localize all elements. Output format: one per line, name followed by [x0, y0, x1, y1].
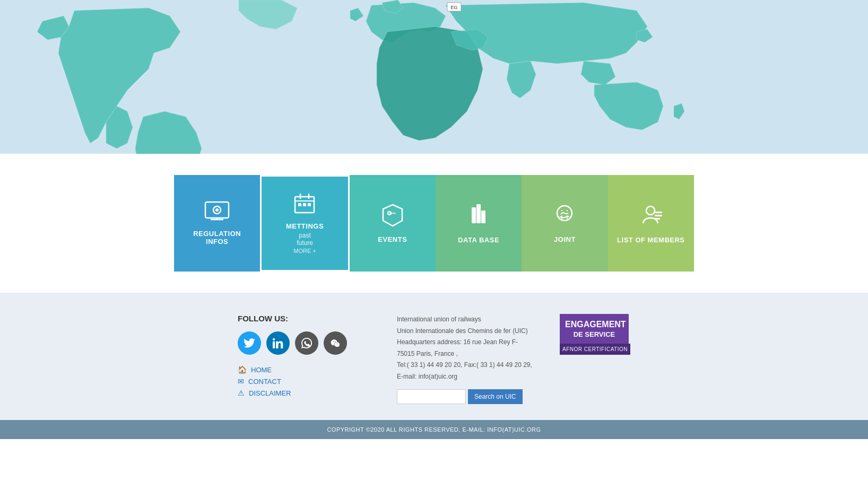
svg-rect-16 [472, 207, 476, 223]
org-name: International union of railways [397, 314, 535, 326]
card-mettings-title: METTINGS [286, 222, 324, 230]
svg-rect-25 [655, 212, 662, 213]
card-events[interactable]: EVENTS [350, 175, 436, 272]
search-row: Search on UIC [397, 389, 535, 404]
footer-section: FOLLOW US: [0, 293, 868, 439]
house-icon: 🏠 [238, 365, 247, 374]
database-icon [467, 203, 490, 231]
contact-link-label: CONTACT [248, 378, 281, 386]
svg-rect-17 [476, 204, 481, 223]
social-icons [238, 331, 376, 355]
tag-icon [382, 204, 403, 230]
cert-badge: ENGAGEMENT DE SERVICE AFNOR CERTIFICATIO… [560, 314, 630, 355]
org-contact: Tel:( 33 1) 44 49 20 20, Fax:( 33 1) 44 … [397, 360, 535, 382]
search-button[interactable]: Search on UIC [468, 389, 523, 404]
card-events-title: EVENTS [378, 235, 407, 243]
disclaimer-link[interactable]: ⚠ DISCLAIMER [238, 389, 376, 397]
follow-us-title: FOLLOW US: [238, 314, 376, 323]
footer-links: 🏠 HOME ✉ CONTACT ⚠ DISCLAIMER [238, 365, 376, 397]
whatsapp-icon[interactable] [295, 331, 318, 355]
copyright-text: COPYRIGHT ©2020 ALL RIGHTS RESERVED, E-M… [327, 426, 541, 433]
footer-left: FOLLOW US: [238, 314, 376, 397]
card-regulation-infos[interactable]: REGULATION INFOS [174, 175, 260, 272]
org-address: Headquarters address: 16 rue Jean Rey F-… [397, 337, 535, 360]
home-link-label: HOME [251, 366, 272, 374]
card-joint-title: JOINT [554, 235, 576, 243]
svg-rect-11 [298, 203, 301, 206]
svg-rect-26 [655, 215, 662, 216]
footer-inner: FOLLOW US: [116, 314, 752, 420]
cards-section: REGULATION INFOS METTINGS pastfuture MOR… [0, 154, 868, 293]
cert-badge-title: ENGAGEMENT [565, 319, 623, 330]
cert-badge-text: ENGAGEMENT DE SERVICE [560, 314, 629, 344]
calendar-icon [294, 192, 315, 217]
card-data-base-title: DATA BASE [458, 236, 499, 244]
wechat-icon[interactable] [324, 331, 347, 355]
cards-container: REGULATION INFOS METTINGS pastfuture MOR… [174, 175, 694, 272]
svg-rect-12 [303, 203, 306, 206]
svg-rect-27 [655, 218, 660, 220]
home-link[interactable]: 🏠 HOME [238, 365, 376, 374]
twitter-icon[interactable] [238, 331, 261, 355]
card-list-of-members[interactable]: LIST OF MEMBERS [608, 175, 694, 272]
svg-point-4 [215, 208, 219, 212]
card-mettings-more: MORE + [293, 248, 316, 254]
card-mettings-sub: pastfuture [297, 232, 313, 247]
org-info: International union of railways Union In… [397, 314, 535, 383]
card-regulation-infos-title: REGULATION INFOS [182, 230, 252, 246]
footer-right: ENGAGEMENT DE SERVICE AFNOR CERTIFICATIO… [556, 314, 630, 355]
disclaimer-link-label: DISCLAIMER [249, 389, 291, 397]
contact-link[interactable]: ✉ CONTACT [238, 377, 376, 386]
cert-badge-subtitle: DE SERVICE [565, 330, 623, 339]
eg-label: EG [450, 5, 457, 10]
card-data-base[interactable]: DATA BASE [436, 175, 522, 272]
svg-rect-13 [308, 203, 311, 206]
search-input[interactable] [397, 389, 466, 404]
footer-bottom: COPYRIGHT ©2020 ALL RIGHTS RESERVED, E-M… [0, 420, 868, 439]
envelope-icon: ✉ [238, 377, 244, 386]
linkedin-icon[interactable] [266, 331, 290, 355]
footer-center: International union of railways Union In… [397, 314, 535, 404]
org-full: Union Internationale des Chemins de fer … [397, 326, 535, 337]
card-list-of-members-title: LIST OF MEMBERS [617, 236, 684, 244]
card-mettings[interactable]: METTINGS pastfuture MORE + [260, 175, 349, 272]
svg-point-24 [646, 206, 655, 215]
triangle-icon: ⚠ [238, 389, 245, 397]
members-icon [639, 203, 663, 231]
cert-badge-bottom: AFNOR CERTIFICATION [560, 344, 630, 355]
card-joint[interactable]: JOINT [522, 175, 607, 272]
handshake-icon [551, 204, 578, 230]
svg-rect-18 [481, 211, 485, 223]
eye-icon [204, 201, 230, 224]
map-section: EG [0, 0, 868, 154]
